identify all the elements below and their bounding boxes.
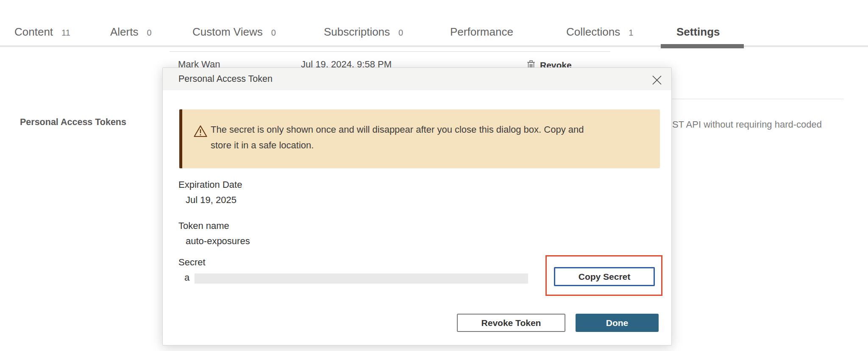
token-name-value: auto-exposures <box>186 236 250 247</box>
revoke-link[interactable]: Revoke <box>540 60 572 68</box>
tab-count: 0 <box>398 28 403 37</box>
section-label-personal-access-tokens: Personal Access Tokens <box>20 117 126 128</box>
tab-content[interactable]: Content11 <box>14 25 70 42</box>
token-row-timestamp: Jul 19, 2024, 9:58 PM <box>301 59 392 68</box>
token-row-user: Mark Wan <box>178 59 220 68</box>
tab-count: 1 <box>629 28 633 37</box>
tab-performance[interactable]: Performance <box>450 25 513 42</box>
active-tab-indicator <box>661 44 744 48</box>
page-root: Content11 Alerts0 Custom Views0 Subscrip… <box>0 0 868 351</box>
expiration-date-value: Jul 19, 2025 <box>186 195 236 206</box>
tab-label: Content <box>14 25 53 38</box>
tab-label: Collections <box>566 25 620 38</box>
tab-label: Settings <box>676 25 720 38</box>
copy-secret-button[interactable]: Copy Secret <box>554 267 655 286</box>
expiration-date-label: Expiration Date <box>178 179 242 190</box>
tab-label: Subscriptions <box>324 25 390 38</box>
tab-alerts[interactable]: Alerts0 <box>110 25 152 42</box>
tab-custom-views[interactable]: Custom Views0 <box>192 25 276 42</box>
tab-count: 0 <box>271 28 276 37</box>
dialog-title: Personal Access Token <box>178 68 273 90</box>
trash-icon[interactable] <box>527 60 535 68</box>
secret-label: Secret <box>178 257 206 268</box>
tab-settings[interactable]: Settings <box>676 25 720 42</box>
done-button[interactable]: Done <box>576 314 659 332</box>
tab-label: Performance <box>450 25 513 38</box>
tab-label: Alerts <box>110 25 138 38</box>
tab-subscriptions[interactable]: Subscriptions0 <box>324 25 403 42</box>
section-description-clipped: ST API without requiring hard-coded <box>672 119 850 130</box>
tab-bar: Content11 Alerts0 Custom Views0 Subscrip… <box>0 0 868 50</box>
personal-access-token-dialog: Personal Access Token The secret is only… <box>162 67 672 345</box>
warning-text-line1: The secret is only shown once and will d… <box>211 122 584 137</box>
token-name-label: Token name <box>178 220 229 231</box>
secret-redacted-bar <box>195 273 528 284</box>
warning-text-line2: store it in a safe location. <box>211 137 584 153</box>
section-divider <box>672 99 843 99</box>
secret-value-visible: a <box>184 272 189 283</box>
close-icon[interactable] <box>651 75 662 86</box>
tab-collections[interactable]: Collections1 <box>566 25 633 42</box>
token-table-row: Mark Wan Jul 19, 2024, 9:58 PM Revoke <box>170 51 644 68</box>
revoke-token-button[interactable]: Revoke Token <box>457 314 565 332</box>
tab-label: Custom Views <box>192 25 263 38</box>
warning-text: The secret is only shown once and will d… <box>211 122 584 153</box>
dialog-header: Personal Access Token <box>163 68 671 90</box>
warning-icon <box>193 125 208 139</box>
secret-warning-banner: The secret is only shown once and will d… <box>179 109 660 168</box>
tab-count: 0 <box>147 28 151 37</box>
tab-count: 11 <box>61 28 70 37</box>
